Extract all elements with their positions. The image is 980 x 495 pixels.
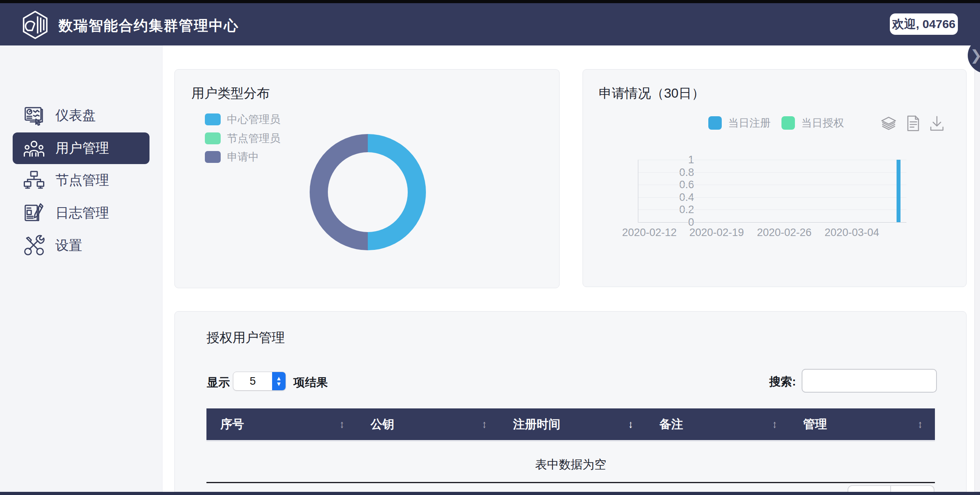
sort-icon: ↑↓ xyxy=(482,418,487,431)
column-header-register-time[interactable]: 注册时间 ↑↓ xyxy=(499,408,645,440)
legend-item[interactable]: 中心管理员 xyxy=(205,112,280,127)
download-icon[interactable] xyxy=(928,114,946,132)
x-axis-tick: 2020-02-19 xyxy=(689,227,744,239)
authorized-users-card: 授权用户管理 显示 5 ▲▼ 项结果 搜索: 序号 ↑↓ 公钥 ↑↓ 注册时间 … xyxy=(174,311,967,495)
sort-icon: ↑↓ xyxy=(339,418,345,431)
table-empty-message: 表中数据为空 xyxy=(206,457,935,473)
layers-icon[interactable] xyxy=(880,114,898,132)
chevron-right-icon: ❯ xyxy=(970,47,980,64)
donut-hole xyxy=(328,152,408,232)
legend-label: 申请中 xyxy=(227,150,259,164)
legend-label: 当日注册 xyxy=(728,116,771,130)
column-header-pubkey[interactable]: 公钥 ↑↓ xyxy=(357,408,499,440)
column-header-remark[interactable]: 备注 ↑↓ xyxy=(645,408,789,440)
welcome-user-button[interactable]: 欢迎, 04766 xyxy=(890,13,958,35)
legend-item[interactable]: 当日授权 xyxy=(781,116,844,130)
page-size-label: 显示 xyxy=(207,375,230,391)
window-top-edge xyxy=(0,0,980,3)
legend-label: 当日授权 xyxy=(801,116,844,130)
app-title: 数瑞智能合约集群管理中心 xyxy=(59,16,239,36)
table-header-row: 序号 ↑↓ 公钥 ↑↓ 注册时间 ↑↓ 备注 ↑↓ 管理 ↑↓ xyxy=(206,408,935,440)
legend-swatch xyxy=(205,113,221,125)
sort-icon: ↑↓ xyxy=(772,418,778,431)
search-label: 搜索: xyxy=(769,374,796,390)
app-window: 数瑞智能合约集群管理中心 欢迎, 04766 ❯ 仪表盘 xyxy=(0,0,980,495)
card-title: 申请情况（30日） xyxy=(599,85,705,102)
sidebar-item-label: 设置 xyxy=(55,236,82,255)
sidebar-item-user-management[interactable]: 用户管理 xyxy=(13,132,149,164)
select-stepper-icon: ▲▼ xyxy=(272,372,286,390)
sidebar-item-label: 仪表盘 xyxy=(55,106,96,125)
settings-icon xyxy=(23,234,45,257)
sort-icon-active-desc: ↑↓ xyxy=(628,418,634,431)
sidebar-item-label: 用户管理 xyxy=(55,139,109,157)
sidebar-item-settings[interactable]: 设置 xyxy=(13,230,149,261)
table-bottom-border xyxy=(206,482,935,483)
applications-card: 申请情况（30日） 当日注册 当日授权 1 0.8 0.6 0.4 0.2 0 xyxy=(583,69,967,287)
page-size-select[interactable]: 5 ▲▼ xyxy=(233,372,286,391)
dashboard-icon xyxy=(23,104,45,127)
results-suffix-label: 项结果 xyxy=(293,375,328,391)
sidebar: 仪表盘 用户管理 xyxy=(0,45,163,492)
file-icon[interactable] xyxy=(904,114,922,132)
users-icon xyxy=(23,137,45,159)
sidebar-item-label: 日志管理 xyxy=(55,204,109,222)
legend-item[interactable]: 申请中 xyxy=(205,150,259,164)
search-input[interactable] xyxy=(802,369,937,393)
card-title: 授权用户管理 xyxy=(206,329,285,347)
app-logo-icon xyxy=(21,10,50,40)
bar-chart-plot-area xyxy=(638,160,906,223)
sidebar-item-log-management[interactable]: 日志管理 xyxy=(13,197,149,229)
page-size-value: 5 xyxy=(233,372,272,390)
x-axis-tick: 2020-02-26 xyxy=(757,227,812,239)
sort-icon: ↑↓ xyxy=(918,418,923,431)
x-axis-tick: 2020-03-04 xyxy=(825,227,879,239)
logs-icon xyxy=(23,202,45,224)
bar-registered-today[interactable] xyxy=(897,160,901,222)
sidebar-item-node-management[interactable]: 节点管理 xyxy=(13,164,149,196)
window-bottom-edge xyxy=(0,492,980,495)
nodes-icon xyxy=(23,169,45,191)
legend-swatch xyxy=(781,116,795,130)
legend-swatch xyxy=(205,132,221,144)
table-header-underline xyxy=(206,440,935,442)
sidebar-item-label: 节点管理 xyxy=(55,171,109,189)
legend-label: 中心管理员 xyxy=(227,112,280,127)
user-type-card: 用户类型分布 中心管理员 节点管理员 申请中 xyxy=(174,69,560,288)
legend-swatch xyxy=(205,151,221,163)
column-header-manage[interactable]: 管理 ↑↓ xyxy=(789,408,935,440)
legend-item[interactable]: 当日注册 xyxy=(708,116,771,130)
header-bar: 数瑞智能合约集群管理中心 欢迎, 04766 xyxy=(0,3,980,45)
sidebar-item-dashboard[interactable]: 仪表盘 xyxy=(13,100,149,131)
column-header-seq[interactable]: 序号 ↑↓ xyxy=(206,408,357,440)
legend-swatch xyxy=(708,116,722,130)
card-title: 用户类型分布 xyxy=(191,85,270,102)
scrollbar-track[interactable] xyxy=(974,45,980,492)
x-axis-tick: 2020-02-12 xyxy=(622,227,677,239)
legend-item[interactable]: 节点管理员 xyxy=(205,131,280,145)
legend-label: 节点管理员 xyxy=(227,131,280,145)
